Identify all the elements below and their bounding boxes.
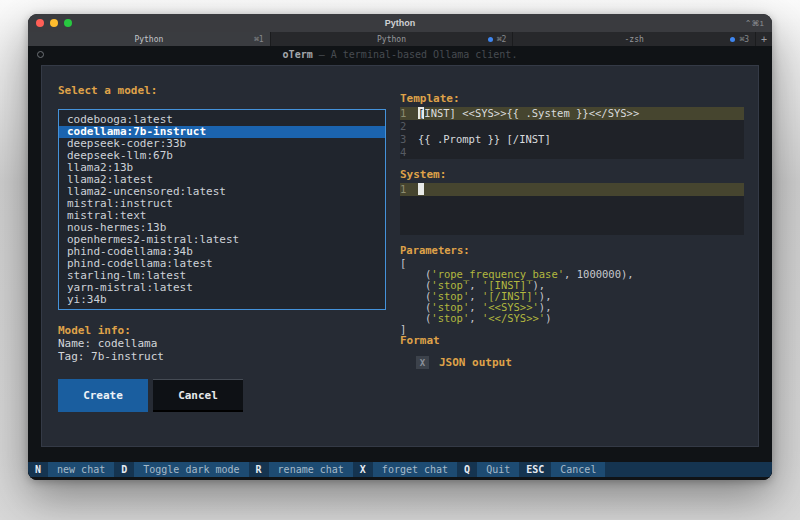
footer-binding[interactable]: Nnew chat bbox=[28, 462, 114, 477]
parameters-label: Parameters: bbox=[400, 245, 744, 256]
editor-line: 1[INST] <<SYS>>{{ .System }}<</SYS>> bbox=[400, 107, 744, 120]
oterm-header: oTerm — A terminal-based Ollama client. bbox=[28, 46, 772, 63]
binding-label: new chat bbox=[48, 462, 114, 477]
tab-label: Python bbox=[28, 35, 270, 44]
editor-text bbox=[418, 183, 424, 196]
json-output-row: X JSON output bbox=[416, 356, 744, 369]
parameters-block: [('rope_frequency_base', 1000000),('stop… bbox=[400, 258, 744, 335]
model-info: Model info: Name: codellama Tag: 7b-inst… bbox=[58, 324, 386, 363]
terminal-content: oTerm — A terminal-based Ollama client. … bbox=[28, 46, 772, 480]
app-title: oTerm — A terminal-based Ollama client. bbox=[28, 49, 772, 60]
tab-shortcut: ⌘3 bbox=[739, 35, 749, 44]
unread-dot-icon bbox=[730, 37, 735, 42]
param-punct: ) bbox=[545, 312, 551, 324]
create-button[interactable]: Create bbox=[58, 379, 148, 412]
new-tab-button[interactable]: + bbox=[756, 32, 772, 46]
dialog-buttons: Create Cancel bbox=[58, 379, 386, 412]
tab-meta: ⌘3 bbox=[730, 35, 749, 44]
select-model-label: Select a model: bbox=[58, 84, 386, 97]
line-number: 2 bbox=[400, 120, 410, 133]
window-title: Python bbox=[28, 18, 772, 28]
system-editor[interactable]: 1 bbox=[400, 183, 744, 235]
binding-key: Q bbox=[457, 462, 477, 477]
model-list-item[interactable]: yi:34b bbox=[59, 294, 385, 306]
window-titlebar: Python ⌃⌘1 bbox=[28, 14, 772, 32]
footer-binding[interactable]: Xforget chat bbox=[353, 462, 457, 477]
binding-key: R bbox=[249, 462, 269, 477]
model-info-heading: Model info: bbox=[58, 324, 386, 337]
model-info-name: Name: codellama bbox=[58, 337, 386, 350]
template-label: Template: bbox=[400, 93, 744, 105]
line-number: 3 bbox=[400, 133, 410, 146]
system-label: System: bbox=[400, 169, 744, 181]
json-output-checkbox[interactable]: X bbox=[416, 356, 429, 369]
binding-label: rename chat bbox=[269, 462, 353, 477]
binding-label: Toggle dark mode bbox=[134, 462, 248, 477]
model-list[interactable]: codebooga:latestcodellama:7b-instructdee… bbox=[58, 109, 386, 310]
desktop: Python ⌃⌘1 Python⌘1Python⌘2-zsh⌘3+ oTerm… bbox=[0, 0, 800, 520]
binding-key: D bbox=[114, 462, 134, 477]
app-name: oTerm bbox=[283, 49, 313, 60]
binding-label: Quit bbox=[477, 462, 519, 477]
param-key: 'stop' bbox=[431, 312, 469, 324]
line-number: 1 bbox=[400, 183, 410, 196]
terminal-tab-3[interactable]: -zsh⌘3 bbox=[513, 32, 756, 46]
tab-label: Python bbox=[271, 35, 513, 44]
create-model-dialog: Select a model: codebooga:latestcodellam… bbox=[41, 65, 759, 447]
footer-binding[interactable]: ESCCancel bbox=[519, 462, 605, 477]
tab-shortcut: ⌘2 bbox=[497, 35, 507, 44]
model-list-item[interactable]: yarn-mistral:latest bbox=[59, 282, 385, 294]
editor-text: {{ .Prompt }} [/INST] bbox=[418, 133, 551, 146]
cancel-button[interactable]: Cancel bbox=[153, 379, 243, 412]
terminal-window: Python ⌃⌘1 Python⌘1Python⌘2-zsh⌘3+ oTerm… bbox=[28, 14, 772, 480]
binding-label: Cancel bbox=[551, 462, 605, 477]
footer-binding[interactable]: Rrename chat bbox=[249, 462, 353, 477]
editor-line: 2 bbox=[400, 120, 744, 133]
text-cursor bbox=[418, 183, 424, 195]
text-cursor: [ bbox=[418, 107, 424, 119]
footer-wrapper: Nnew chatDToggle dark modeRrename chatXf… bbox=[28, 462, 772, 480]
param-close-bracket: ] bbox=[400, 324, 744, 335]
model-info-tag: Tag: 7b-instruct bbox=[58, 350, 386, 363]
binding-key: ESC bbox=[519, 462, 551, 477]
param-punct: , bbox=[469, 312, 482, 324]
editor-line: 3{{ .Prompt }} [/INST] bbox=[400, 133, 744, 146]
binding-label: forget chat bbox=[373, 462, 457, 477]
editor-text: [INST] <<SYS>>{{ .System }}<</SYS>> bbox=[418, 107, 639, 120]
terminal-tab-2[interactable]: Python⌘2 bbox=[271, 32, 514, 46]
dialog-left-column: Select a model: codebooga:latestcodellam… bbox=[58, 84, 386, 434]
format-label: Format bbox=[400, 335, 744, 347]
param-punct: , bbox=[564, 268, 577, 280]
footer-binding[interactable]: QQuit bbox=[457, 462, 519, 477]
footer-binding[interactable]: DToggle dark mode bbox=[114, 462, 248, 477]
param-punct: ), bbox=[621, 268, 634, 280]
tab-label: -zsh bbox=[513, 35, 755, 44]
terminal-tab-1[interactable]: Python⌘1 bbox=[28, 32, 271, 46]
param-value: 1000000 bbox=[577, 268, 621, 280]
binding-key: X bbox=[353, 462, 373, 477]
footer-keybindings: Nnew chatDToggle dark modeRrename chatXf… bbox=[28, 462, 772, 477]
window-shortcut-hint: ⌃⌘1 bbox=[745, 19, 764, 28]
dialog-wrapper: Select a model: codebooga:latestcodellam… bbox=[28, 63, 772, 462]
tab-shortcut: ⌘1 bbox=[254, 35, 264, 44]
parameter-entry: ('stop', '<</SYS>>') bbox=[400, 313, 744, 324]
binding-key: N bbox=[28, 462, 48, 477]
param-value: '<</SYS>>' bbox=[482, 312, 545, 324]
line-number: 4 bbox=[400, 146, 410, 159]
template-editor[interactable]: 1[INST] <<SYS>>{{ .System }}<</SYS>>23{{… bbox=[400, 107, 744, 159]
tab-meta: ⌘2 bbox=[488, 35, 507, 44]
line-number: 1 bbox=[400, 107, 410, 120]
editor-line: 4 bbox=[400, 146, 744, 159]
json-output-label: JSON output bbox=[439, 356, 512, 369]
editor-line: 1 bbox=[400, 183, 744, 196]
unread-dot-icon bbox=[488, 37, 493, 42]
tab-meta: ⌘1 bbox=[254, 35, 264, 44]
dialog-right-column: Template: 1[INST] <<SYS>>{{ .System }}<<… bbox=[400, 84, 744, 434]
tab-bar: Python⌘1Python⌘2-zsh⌘3+ bbox=[28, 32, 772, 46]
app-subtitle: — A terminal-based Ollama client. bbox=[313, 49, 518, 60]
